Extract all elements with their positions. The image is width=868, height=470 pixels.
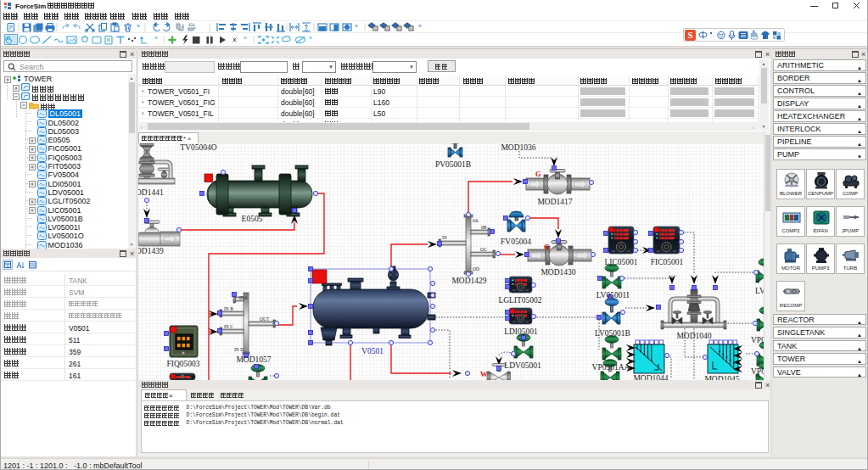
svg-text:LGLIT05002: LGLIT05002 xyxy=(498,296,541,305)
svg-text:»: » xyxy=(355,23,358,29)
svg-text:V0501: V0501 xyxy=(361,347,384,355)
svg-text:»: » xyxy=(154,35,158,41)
svg-text:OD: OD xyxy=(473,266,479,271)
svg-text:E0505: E0505 xyxy=(242,215,263,223)
svg-text:IN D: IN D xyxy=(234,347,244,352)
svg-text:PV05001B: PV05001B xyxy=(435,160,471,169)
svg-text:IN B: IN B xyxy=(224,306,233,311)
svg-text:W: W xyxy=(480,370,488,378)
svg-text:VP0501AA: VP0501AA xyxy=(592,363,630,372)
svg-text:MOD1429: MOD1429 xyxy=(451,277,486,285)
svg-text:LIC05001: LIC05001 xyxy=(604,258,637,266)
svg-text:FV05004: FV05004 xyxy=(501,238,531,246)
svg-text:LV05001I: LV05001I xyxy=(596,291,630,299)
svg-text:0A: 0A xyxy=(473,218,479,223)
svg-text:G: G xyxy=(535,170,541,178)
svg-text:LV05: LV05 xyxy=(755,287,764,295)
svg-text:INA: INA xyxy=(239,295,248,300)
svg-text:LV05001B: LV05001B xyxy=(595,329,630,338)
svg-text:OD1439: OD1439 xyxy=(138,247,164,255)
svg-text:MOD1044: MOD1044 xyxy=(633,374,668,380)
svg-text:MOD1057: MOD1057 xyxy=(236,355,271,364)
svg-text:OD1441: OD1441 xyxy=(138,188,164,197)
svg-text:OC: OC xyxy=(480,247,487,252)
svg-text:»: » xyxy=(418,23,422,29)
svg-text:IN: IN xyxy=(442,235,447,240)
svg-text:LDV05001: LDV05001 xyxy=(504,361,541,370)
svg-text:OUT: OUT xyxy=(260,316,270,322)
svg-text:G: G xyxy=(544,243,550,251)
svg-text:TV05004O: TV05004O xyxy=(180,143,216,152)
svg-text:MOD1430: MOD1430 xyxy=(540,268,575,277)
svg-text:0B: 0B xyxy=(481,225,487,230)
svg-text:MOD1036: MOD1036 xyxy=(501,143,535,152)
svg-text:MOD1040: MOD1040 xyxy=(676,332,711,340)
svg-text:»: » xyxy=(137,23,140,29)
svg-text:VP050: VP050 xyxy=(751,367,764,376)
svg-text:VP050: VP050 xyxy=(751,336,764,344)
svg-text:»: » xyxy=(244,35,247,41)
svg-text:FIQ05003: FIQ05003 xyxy=(166,360,199,368)
svg-text:LDI05001: LDI05001 xyxy=(504,327,538,336)
svg-text:»: » xyxy=(309,35,312,41)
svg-text:MOD1417: MOD1417 xyxy=(537,198,572,206)
svg-text:FIC05001: FIC05001 xyxy=(651,258,684,266)
svg-text:IN C: IN C xyxy=(224,324,233,329)
